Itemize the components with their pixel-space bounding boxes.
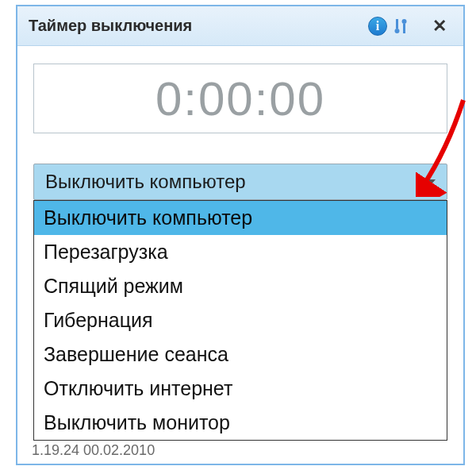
- combobox-selected-text: Выключить компьютер: [45, 171, 246, 193]
- close-icon: ✕: [432, 16, 447, 37]
- dropdown-option[interactable]: Спящий режим: [34, 269, 447, 303]
- titlebar-buttons: i ✕: [368, 15, 455, 37]
- settings-button[interactable]: [392, 15, 411, 37]
- window-title: Таймер выключения: [29, 17, 368, 35]
- timer-value: 0:00:00: [155, 71, 325, 126]
- svg-rect-2: [403, 24, 405, 33]
- tools-icon: [393, 17, 409, 35]
- timer-display[interactable]: 0:00:00: [33, 64, 447, 133]
- client-area: 0:00:00 Выключить компьютер Выключить ко…: [17, 46, 463, 208]
- app-window: Таймер выключения i ✕ 0:00:00: [16, 5, 465, 465]
- dropdown-option[interactable]: Гибернация: [34, 303, 447, 337]
- close-button[interactable]: ✕: [424, 15, 455, 37]
- chevron-down-icon: [428, 179, 436, 184]
- dropdown-option[interactable]: Выключить компьютер: [34, 201, 447, 235]
- info-button[interactable]: i: [368, 17, 387, 36]
- svg-point-1: [395, 29, 400, 33]
- action-dropdown-list: Выключить компьютерПерезагрузкаСпящий ре…: [33, 200, 447, 441]
- status-bar: 1.19.24 00.02.2010: [32, 442, 155, 459]
- dropdown-option[interactable]: Завершение сеанса: [34, 337, 447, 372]
- dropdown-option[interactable]: Перезагрузка: [34, 235, 447, 269]
- svg-rect-0: [396, 19, 398, 29]
- dropdown-option[interactable]: Отключить интернет: [34, 372, 447, 406]
- action-combobox[interactable]: Выключить компьютер: [33, 164, 447, 200]
- action-dropdown: Выключить компьютер Выключить компьютерП…: [33, 164, 447, 200]
- info-icon: i: [376, 19, 379, 33]
- svg-point-3: [402, 19, 407, 24]
- dropdown-option[interactable]: Выключить монитор: [34, 406, 447, 440]
- titlebar: Таймер выключения i ✕: [17, 6, 463, 46]
